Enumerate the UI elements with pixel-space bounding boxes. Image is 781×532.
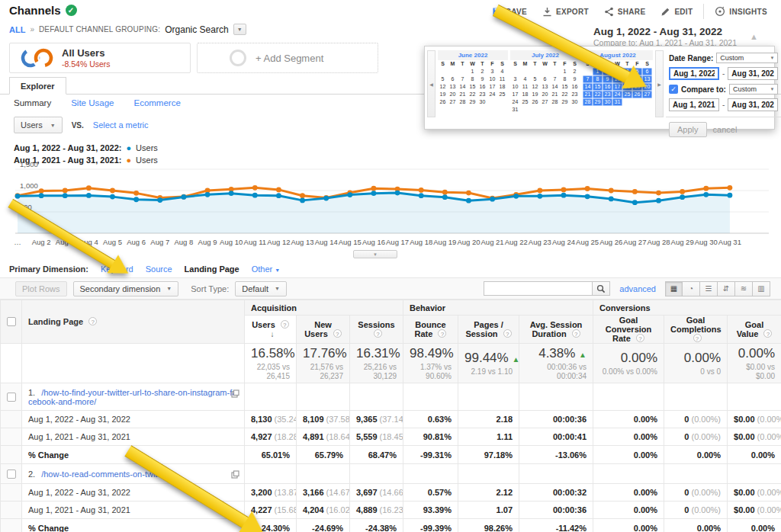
edit-button[interactable]: EDIT (653, 5, 700, 19)
calendar-day[interactable]: 23 (570, 91, 580, 98)
calendar-day[interactable]: 27 (540, 98, 550, 106)
calendar-day[interactable]: 28 (550, 98, 560, 106)
calendar-day[interactable]: 6 (642, 68, 652, 75)
cancel-link[interactable]: cancel (713, 125, 738, 134)
column-header[interactable]: Goal Value ? (728, 316, 781, 344)
calendar-day[interactable]: 13 (540, 83, 550, 91)
calendar-day[interactable]: 19 (632, 83, 642, 91)
calendar-day[interactable]: 15 (468, 83, 477, 91)
calendar-day[interactable]: 12 (632, 75, 642, 83)
calendar-day[interactable]: 30 (570, 98, 580, 106)
subtab-summary[interactable]: Summary (14, 98, 51, 107)
calendar-day[interactable]: 2 (570, 68, 580, 75)
calendar-day[interactable]: 16 (570, 83, 580, 91)
plot-rows-button[interactable]: Plot Rows (15, 281, 67, 296)
calendar-day[interactable]: 17 (487, 83, 497, 91)
calendar-day[interactable]: 2 (603, 68, 612, 75)
calendar-day[interactable]: 13 (642, 75, 652, 83)
search-button[interactable] (592, 281, 610, 296)
term-cloud-view-icon[interactable]: ≋ (735, 281, 753, 296)
calendar-day[interactable]: 28 (458, 98, 468, 106)
calendar-day[interactable]: 4 (497, 68, 507, 75)
save-button[interactable]: SAVE (484, 5, 535, 19)
compare-to-checkbox[interactable]: ✓ (669, 85, 678, 94)
help-icon[interactable]: ? (333, 329, 342, 338)
calendar-day[interactable]: 5 (530, 75, 540, 83)
advanced-search-link[interactable]: advanced (619, 284, 656, 293)
subtab-site-usage[interactable]: Site Usage (71, 98, 114, 107)
calendar-day[interactable]: 21 (550, 91, 560, 98)
calendar-day[interactable]: 19 (438, 91, 448, 98)
calendar-day[interactable]: 13 (448, 83, 458, 91)
calendar-day[interactable]: 21 (458, 91, 468, 98)
calendar-day[interactable]: 5 (632, 68, 642, 75)
help-icon[interactable]: ? (572, 329, 580, 338)
calendar-day[interactable]: 26 (438, 98, 448, 106)
calendar-day[interactable]: 29 (468, 98, 477, 106)
calendar-day[interactable]: 14 (550, 83, 560, 91)
row-checkbox[interactable] (7, 393, 16, 402)
open-page-icon[interactable] (231, 389, 239, 399)
breadcrumb-all-link[interactable]: ALL (9, 25, 25, 34)
calendar-day[interactable]: 20 (540, 91, 550, 98)
calendar-day[interactable]: 10 (510, 83, 520, 91)
calendar-day[interactable]: 17 (612, 83, 622, 91)
calendar-day[interactable]: 18 (622, 83, 632, 91)
landing-page-link[interactable]: /how-to-read-comments-on-twitter/ (41, 470, 169, 479)
date-panel-collapse-icon[interactable]: ▲ (750, 32, 758, 41)
compare-end-date-input[interactable] (728, 98, 778, 111)
column-header[interactable]: Users ?↓ (245, 316, 297, 344)
calendar-day[interactable]: 5 (438, 75, 448, 83)
table-view-icon[interactable]: ▦ (665, 281, 683, 296)
calendar-day[interactable]: 30 (603, 98, 612, 106)
calendar-day[interactable]: 24 (612, 91, 622, 98)
performance-view-icon[interactable]: ☰ (700, 281, 718, 296)
calendar-day[interactable]: 24 (510, 98, 520, 106)
calendar-day[interactable]: 11 (497, 75, 507, 83)
calendar-day[interactable]: 30 (477, 98, 487, 106)
calendar-day[interactable]: 17 (510, 91, 520, 98)
column-header[interactable]: Avg. Session Duration ? (519, 316, 593, 344)
calendar-next-button[interactable]: ▶ (655, 50, 664, 117)
sort-type-dropdown[interactable]: Default ▼ (235, 281, 287, 296)
dimension-landing-page[interactable]: Landing Page (185, 264, 239, 274)
start-date-input[interactable] (669, 67, 719, 80)
calendar-day[interactable]: 29 (593, 98, 603, 106)
calendar-day[interactable]: 20 (448, 91, 458, 98)
calendar-day[interactable]: 3 (510, 75, 520, 83)
grouping-dropdown-button[interactable]: ▼ (233, 24, 246, 35)
calendar-day[interactable]: 14 (458, 83, 468, 91)
metric-dropdown[interactable]: Users ▼ (14, 117, 63, 133)
select-all-checkbox[interactable] (7, 317, 16, 326)
calendar-day[interactable]: 8 (468, 75, 477, 83)
calendar-day[interactable]: 15 (560, 83, 570, 91)
calendar-day[interactable]: 27 (642, 91, 652, 98)
calendar-day[interactable]: 16 (477, 83, 487, 91)
calendar-day[interactable]: 21 (583, 91, 593, 98)
calendar-day[interactable]: 25 (520, 98, 530, 106)
dimension-keyword[interactable]: Keyword (101, 264, 133, 274)
dimension-other[interactable]: Other ▼ (252, 264, 281, 274)
compare-type-select[interactable]: Custom ▼ (729, 84, 778, 95)
column-header[interactable]: Sessions ? (350, 316, 403, 344)
tab-explorer[interactable]: Explorer (9, 77, 66, 95)
calendar-day[interactable]: 23 (603, 91, 612, 98)
calendar-day[interactable]: 22 (468, 91, 477, 98)
calendar-day[interactable]: 4 (520, 75, 530, 83)
date-range-display[interactable]: Aug 1, 2022 - Aug 31, 2022 Compare to: A… (593, 26, 737, 47)
calendar-day[interactable]: 9 (603, 75, 612, 83)
dimension-source[interactable]: Source (146, 264, 172, 274)
calendar-day[interactable]: 14 (583, 83, 593, 91)
calendar-day[interactable]: 7 (583, 75, 593, 83)
calendar-day[interactable]: 3 (487, 68, 497, 75)
column-header-landing-page[interactable]: Landing Page ? (22, 300, 245, 344)
add-segment-button[interactable]: + Add Segment (197, 43, 378, 73)
calendar-day[interactable]: 1 (593, 68, 603, 75)
help-icon[interactable]: ? (374, 329, 382, 338)
calendar-day[interactable]: 20 (642, 83, 652, 91)
calendar-day[interactable]: 22 (593, 91, 603, 98)
calendar-day[interactable]: 7 (550, 75, 560, 83)
pivot-view-icon[interactable]: ▥ (753, 281, 770, 296)
calendar-day[interactable]: 25 (497, 91, 507, 98)
calendar-day[interactable]: 2 (477, 68, 487, 75)
